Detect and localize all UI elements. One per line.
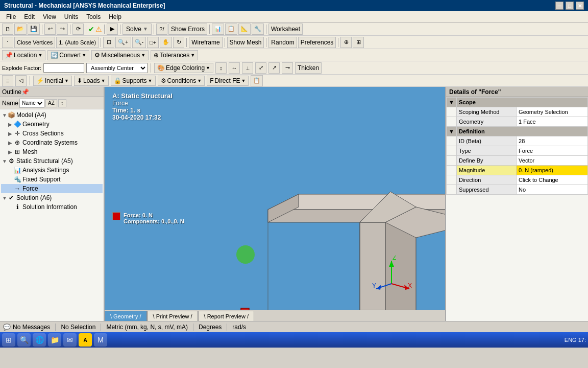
convert-dropdown[interactable]: 🔄 Convert ▼ (47, 50, 89, 60)
inertial-dropdown[interactable]: ⚡ Inertial ▼ (33, 76, 72, 86)
taskbar-browser[interactable]: 🌐 (33, 333, 46, 347)
menu-help[interactable]: Help (105, 12, 126, 21)
solve-button[interactable]: Solve ▼ (122, 24, 152, 35)
open-button[interactable]: 📂 (14, 24, 27, 35)
tree-item-fixsupport[interactable]: 🔩 Fixed Support (1, 175, 103, 184)
align-btn-3[interactable]: ⟂ (242, 62, 253, 74)
magnitude-val[interactable]: 0. N (ramped) (517, 166, 588, 175)
icon-btn-1[interactable]: 📊 (212, 24, 224, 35)
edge-coloring-dropdown[interactable]: 🎨 Edge Coloring ▼ (154, 63, 213, 73)
camera-btn[interactable]: ⊕ (340, 37, 352, 48)
rotate-button[interactable]: ↻ (173, 37, 184, 48)
tree-item-force[interactable]: → Force (1, 184, 103, 193)
supports-dropdown[interactable]: 🔒 Supports ▼ (111, 76, 156, 86)
icon-btn-4[interactable]: 🔧 (252, 24, 264, 35)
minimize-button[interactable]: ─ (555, 2, 564, 10)
tree-item-model[interactable]: ▼ 📦 Model (A4) (1, 110, 103, 120)
wireframe-button[interactable]: Wireframe (189, 37, 222, 48)
loads-dropdown[interactable]: ⬇ Loads ▼ (74, 76, 109, 86)
worksheet-button[interactable]: Worksheet (268, 24, 303, 35)
solve-label: Solve (126, 26, 141, 33)
status-rads: rad/s (232, 324, 246, 331)
back-btn[interactable]: ◁ (15, 75, 27, 86)
undo-button[interactable]: ↩ (44, 24, 56, 35)
auto-scale-button[interactable]: 1. (Auto Scale) (56, 37, 99, 48)
zoom-out-button[interactable]: 🔍- (132, 37, 146, 48)
zoom-fit-button[interactable]: ⊡ (103, 37, 114, 48)
show-mesh-button[interactable]: Show Mesh (227, 37, 264, 48)
search-button[interactable]: 🔍 (17, 333, 31, 347)
align-btn-2[interactable]: ↔ (229, 62, 240, 74)
random-button[interactable]: Random (268, 37, 297, 48)
taskbar-file[interactable]: 📁 (48, 333, 61, 347)
location-dropdown[interactable]: 📌 Location ▼ (2, 50, 45, 60)
mag-indent (447, 166, 457, 175)
expand-geometry-icon: ▶ (8, 122, 13, 127)
menu-units[interactable]: Units (60, 12, 82, 21)
play-button[interactable]: ▶ (107, 24, 118, 35)
sort-btn[interactable]: ↕ (58, 99, 66, 107)
conditions-dropdown[interactable]: ⚙ Conditions ▼ (158, 76, 205, 86)
tolerances-dropdown[interactable]: ⊕ Tolerances ▼ (151, 50, 198, 60)
icon-btn-2[interactable]: 📋 (225, 24, 237, 35)
taskbar-mail[interactable]: ✉ (63, 333, 77, 347)
show-errors-button[interactable]: Show Errors (168, 24, 207, 35)
dir-indent (447, 175, 457, 185)
zoom-in-button[interactable]: 🔍+ (115, 37, 131, 48)
tab-print-preview[interactable]: \ Print Preview / (148, 311, 198, 321)
start-button[interactable]: ⊞ (2, 333, 15, 347)
pan-button[interactable]: ✋ (160, 37, 172, 48)
redo-button[interactable]: ↪ (57, 24, 68, 35)
tree-item-solution[interactable]: ▼ ✔ Solution (A6) (1, 193, 103, 202)
thicken-button[interactable]: Thicken (295, 62, 322, 74)
tree-item-mesh[interactable]: ▶ ⊞ Mesh (1, 147, 103, 156)
refresh-button[interactable]: ⟳ (72, 24, 84, 35)
menu-view[interactable]: View (39, 12, 60, 21)
tab-geometry[interactable]: \ Geometry / (105, 311, 147, 321)
viewport[interactable]: A: Static Structural Force Time: 1. s 30… (105, 87, 445, 321)
align-btn-4[interactable]: ⤢ (255, 62, 266, 74)
close-button[interactable]: ✕ (576, 2, 584, 10)
close-vertices-button[interactable]: Close Vertices (14, 37, 55, 48)
miscellaneous-dropdown[interactable]: ⚙ Miscellaneous ▼ (91, 50, 149, 60)
tree-item-crosssections[interactable]: ▶ ✛ Cross Sections (1, 129, 103, 138)
def-collapse-icon[interactable]: ▼ (447, 127, 457, 136)
question-button[interactable]: ?/ (156, 24, 167, 35)
explode-factor-input[interactable] (43, 63, 84, 73)
align-btn-1[interactable]: ↕ (215, 62, 227, 74)
tab-report-preview[interactable]: \ Report Preview / (199, 311, 254, 321)
row-geometry: Geometry 1 Face (447, 117, 588, 127)
preferences-button[interactable]: Preferences (298, 37, 336, 48)
title-bar: Structural - Mechanical [ANSYS Mechanica… (0, 0, 588, 11)
taskbar-gmailish[interactable]: M (94, 333, 107, 347)
align-btn-6[interactable]: ⊸ (282, 62, 293, 74)
pin-button[interactable]: 📌 (21, 88, 29, 96)
align-btn-5[interactable]: ↗ (268, 62, 280, 74)
expand-coord-icon: ▶ (8, 140, 13, 146)
scope-collapse-icon[interactable]: ▼ (447, 98, 457, 107)
menu-file[interactable]: File (2, 12, 20, 21)
directfe-dropdown[interactable]: F Direct FE ▼ (207, 76, 249, 86)
vertex-button[interactable]: ⋅ (2, 37, 13, 48)
zoom-box-button[interactable]: □+ (147, 37, 159, 48)
camera-btn2[interactable]: ⊞ (353, 37, 364, 48)
taskbar-ansys[interactable]: A (79, 333, 92, 347)
menu-edit[interactable]: Edit (20, 12, 39, 21)
tree-item-static[interactable]: ▼ ⚙ Static Structural (A5) (1, 156, 103, 166)
assembly-select[interactable]: Assembly Center Global Origin Component … (86, 63, 148, 73)
menu-tools[interactable]: Tools (82, 12, 105, 21)
row-magnitude[interactable]: Magnitude 0. N (ramped) (447, 166, 588, 175)
sep5 (120, 25, 120, 34)
maximize-button[interactable]: □ (566, 2, 574, 10)
tree-item-analysis[interactable]: 📊 Analysis Settings (1, 166, 103, 175)
sort-az-button[interactable]: AZ (45, 99, 57, 107)
table-btn[interactable]: 📋 (251, 75, 263, 86)
tree-item-solinfo[interactable]: ℹ Solution Information (1, 202, 103, 212)
icon-btn-3[interactable]: 📐 (238, 24, 251, 35)
new-button[interactable]: 🗋 (2, 24, 13, 35)
filter-select[interactable]: Name Type (19, 99, 44, 108)
tree-item-geometry[interactable]: ▶ 🔷 Geometry (1, 120, 103, 129)
breadcrumb-btn[interactable]: ≡ (2, 75, 13, 86)
save-button[interactable]: 💾 (28, 24, 40, 35)
tree-item-coordsystems[interactable]: ▶ ⊕ Coordinate Systems (1, 138, 103, 147)
